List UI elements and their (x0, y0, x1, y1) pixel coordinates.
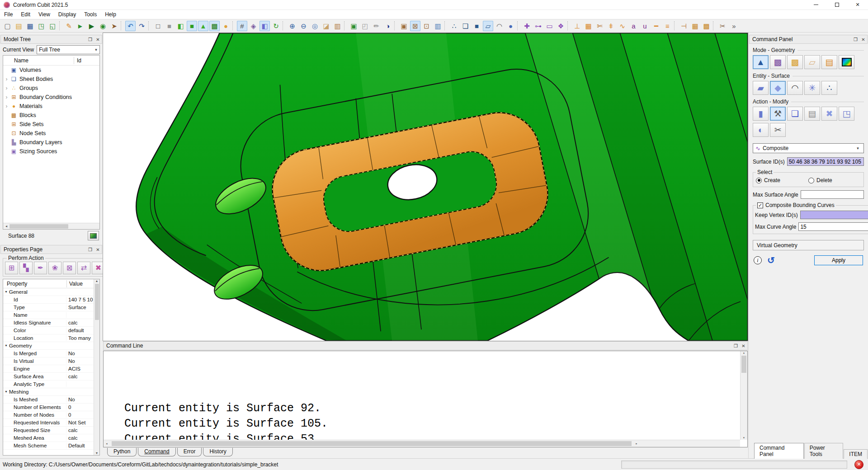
close-panel-icon[interactable]: ✕ (859, 37, 867, 42)
property-row[interactable]: ▾ Idless Signature calc (3, 319, 99, 327)
col-value[interactable]: Value (67, 281, 83, 287)
viewport-3d[interactable] (103, 33, 748, 341)
scrollbar-thumb[interactable] (741, 356, 746, 373)
console-output[interactable]: Current entity is Surface 92.Current ent… (103, 351, 748, 447)
tree-item[interactable]: › ● Materials (3, 102, 99, 111)
clamp-icon[interactable]: ⊥ (572, 21, 582, 31)
menu-item[interactable]: Edit (17, 11, 34, 18)
select-vertex-icon[interactable]: ● (505, 21, 516, 31)
pick-box-icon[interactable]: ⊠ (410, 21, 420, 31)
mode-geometry-button[interactable]: ▲ (753, 55, 769, 69)
pause-journal-icon[interactable]: ◉ (98, 21, 108, 31)
property-row[interactable]: ▾ Requested Intervals Not Set (3, 419, 99, 427)
property-row[interactable]: ▾ Color default (3, 327, 99, 334)
close-panel-icon[interactable]: ✕ (94, 247, 102, 252)
scrollbar-thumb[interactable] (9, 224, 68, 229)
action-delete-button[interactable]: ✖ (821, 107, 837, 121)
select-group-icon[interactable]: ∴ (449, 21, 459, 31)
entity-volume-button[interactable]: ▰ (753, 81, 769, 95)
italic-a-icon[interactable]: a (628, 21, 639, 31)
measure-icon[interactable]: ✚ (522, 21, 532, 31)
dash-icon[interactable]: ━ (651, 21, 661, 31)
property-row[interactable]: ▾ Meshed Area calc (3, 434, 99, 442)
tree-item[interactable]: › ⊞ Side Sets (3, 120, 99, 129)
perspective-view-icon[interactable]: ● (221, 21, 231, 31)
current-view-select[interactable]: Full Tree ▾ (37, 45, 100, 54)
console-tab[interactable]: Command (138, 448, 175, 456)
scissors-icon[interactable]: ✂ (717, 21, 728, 31)
property-row[interactable]: ▾ Mesh Scheme Default (3, 442, 99, 450)
select-volume-icon[interactable]: ■ (472, 21, 482, 31)
scroll-down-icon[interactable]: ▾ (741, 436, 747, 440)
console-tab[interactable]: Error (177, 448, 202, 456)
apply-button[interactable]: Apply (814, 255, 863, 265)
zoom-in-icon[interactable]: ⊕ (287, 21, 297, 31)
menu-item[interactable]: Help (101, 11, 120, 18)
open-icon[interactable]: ▤ (14, 21, 24, 31)
play-id-journal-icon[interactable]: ▶ (86, 21, 97, 31)
dock-tab[interactable]: Command Panel (754, 443, 804, 459)
clip-plane-icon[interactable]: ▥ (332, 21, 343, 31)
wireframe-view-icon[interactable]: □ (153, 21, 163, 31)
mode-post-button[interactable] (839, 55, 854, 69)
tree-col-id[interactable]: Id (74, 57, 81, 64)
scroll-down-icon[interactable]: ▾ (94, 451, 100, 455)
scroll-up-icon[interactable]: ▴ (94, 279, 100, 283)
property-row[interactable]: ▾ General (3, 288, 99, 296)
refine-mesh-icon[interactable]: ▚ (19, 262, 33, 274)
menu-item[interactable]: File (0, 11, 17, 18)
property-row[interactable]: ▾ Name (3, 311, 99, 319)
expand-icon[interactable]: › (3, 103, 10, 109)
select-body-icon[interactable]: ❏ (460, 21, 471, 31)
mode-mesh-button[interactable]: ▩ (770, 55, 786, 69)
menu-item[interactable]: Display (54, 11, 80, 18)
edit-journal-icon[interactable]: ✎ (64, 21, 74, 31)
sheet-grid-icon[interactable]: ▦ (690, 21, 700, 31)
property-row[interactable]: ▾ Number of Elements 0 (3, 404, 99, 411)
action-boolean-button[interactable]: ◳ (839, 107, 854, 121)
action-merge-button[interactable]: ◐ (753, 123, 769, 137)
shaded-view-icon[interactable]: ■ (187, 21, 197, 31)
property-row[interactable]: ▾ Is Merged No (3, 350, 99, 357)
tree-col-name[interactable]: Name (3, 57, 74, 64)
select-curve-icon[interactable]: ◠ (494, 21, 505, 31)
tree-item[interactable]: › ▩ Blocks (3, 111, 99, 120)
operation-dropdown[interactable]: ∿ Composite ▾ (753, 143, 864, 153)
export-icon[interactable]: ◱ (47, 21, 58, 31)
zoom-fit-icon[interactable]: ◎ (310, 21, 320, 31)
expand-icon[interactable]: › (3, 94, 10, 100)
select-surface-icon[interactable]: ▱ (483, 21, 493, 31)
axis-cube-icon[interactable]: ▣ (349, 21, 359, 31)
scroll-right-icon[interactable]: ▸ (633, 442, 640, 446)
hiddenline-view-icon[interactable]: ■ (164, 21, 175, 31)
extend-box-icon[interactable]: ⊡ (421, 21, 432, 31)
property-row[interactable]: ▾ Is Meshed No (3, 396, 99, 404)
zoom-out-icon[interactable]: ⊖ (298, 21, 309, 31)
geometry-view-icon[interactable]: ▲ (198, 21, 208, 31)
mode-material-button[interactable]: ▤ (821, 55, 837, 69)
webcut-icon[interactable]: ❖ (556, 21, 566, 31)
view-entity-button[interactable] (88, 231, 99, 240)
quality-badge-icon[interactable]: ❀ (48, 262, 61, 274)
import-icon[interactable]: ◳ (36, 21, 47, 31)
scrollbar-thumb[interactable] (112, 441, 632, 446)
property-row[interactable]: ▾ Location Too many (3, 334, 99, 342)
action-modify-button[interactable]: ⚒ (770, 107, 786, 121)
screw-icon[interactable]: ǂ (606, 21, 616, 31)
property-row[interactable]: ▾ Surface Area calc (3, 373, 99, 381)
menu-item[interactable]: Tools (80, 11, 101, 18)
entity-vertex-button[interactable]: ✳ (804, 81, 820, 95)
axe-icon[interactable]: ✄ (594, 21, 605, 31)
tree-horizontal-scrollbar[interactable]: ◂ (3, 223, 99, 229)
tree-item[interactable]: › ▣ Volumes (3, 66, 99, 75)
distance-icon[interactable]: ⊶ (533, 21, 543, 31)
mesh-view-icon[interactable]: ▩ (209, 21, 220, 31)
new-journal-icon[interactable]: ▢ (2, 21, 13, 31)
dock-tab[interactable]: ITEM (844, 449, 868, 459)
keep-vertex-input[interactable] (800, 211, 868, 219)
action-create-button[interactable]: ▮ (753, 107, 769, 121)
block-grid-icon[interactable]: ▩ (701, 21, 712, 31)
property-row[interactable]: ▾ Is Virtual No (3, 357, 99, 365)
redo-icon[interactable]: ↷ (137, 21, 147, 31)
scroll-up-icon[interactable]: ▴ (741, 351, 747, 355)
